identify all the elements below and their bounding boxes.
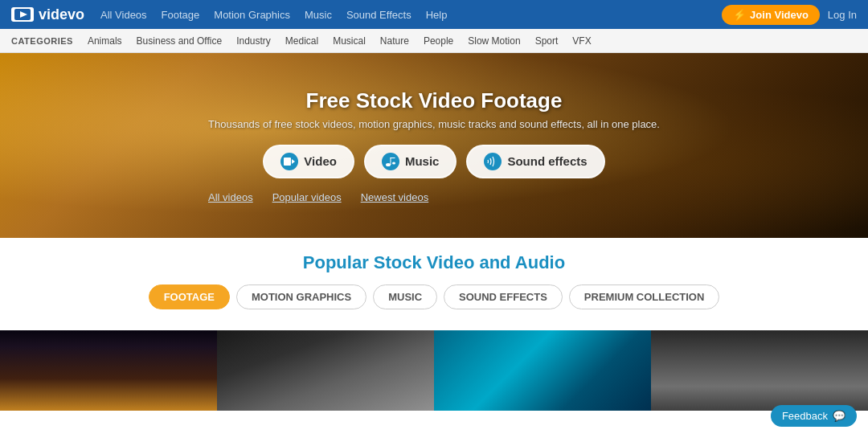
all-videos-link[interactable]: All videos [208,191,253,203]
cat-nature[interactable]: Nature [380,35,409,47]
nav-sound-effects[interactable]: Sound Effects [346,9,411,21]
hero-buttons: Video Music [208,145,660,178]
svg-point-5 [392,162,395,164]
svg-rect-6 [390,158,391,165]
cat-vfx[interactable]: VFX [572,35,591,47]
svg-rect-7 [390,158,395,158]
nav-all-videos[interactable]: All Videos [100,9,147,21]
nav-music[interactable]: Music [305,9,332,21]
join-button[interactable]: ⚡ Join Videvo [722,5,820,25]
tab-motion-graphics[interactable]: MOTION GRAPHICS [236,284,366,309]
logo[interactable]: videvo [11,6,84,23]
filter-tabs: FOOTAGE MOTION GRAPHICS MUSIC SOUND EFFE… [0,284,868,309]
video-thumb-4[interactable] [651,330,868,411]
music-icon [382,153,399,170]
video-thumb-1[interactable] [0,330,217,411]
video-icon [280,153,298,170]
join-label: Join Videvo [750,9,809,21]
cat-musical[interactable]: Musical [333,35,366,47]
logo-icon [11,7,34,22]
categories-bar: CATEGORIES Animals Business and Office I… [0,29,868,53]
cat-slow-motion[interactable]: Slow Motion [468,35,520,47]
popular-highlight: Popular [303,252,369,272]
cat-people[interactable]: People [424,35,453,47]
cat-animals[interactable]: Animals [88,35,122,47]
login-button[interactable]: Log In [828,9,857,21]
cat-industry[interactable]: Industry [236,35,271,47]
nav-right: ⚡ Join Videvo Log In [722,5,857,25]
video-grid [0,330,868,411]
cat-sport[interactable]: Sport [535,35,559,47]
lightning-icon: ⚡ [733,9,746,21]
svg-point-4 [386,163,391,166]
nav-footage[interactable]: Footage [162,9,200,21]
music-btn-label: Music [405,154,440,168]
nav-motion-graphics[interactable]: Motion Graphics [214,9,290,21]
feedback-label: Feedback [782,410,828,422]
categories-label: CATEGORIES [11,36,73,46]
hero-links: All videos Popular videos Newest videos [208,191,660,203]
newest-videos-link[interactable]: Newest videos [361,191,429,203]
feedback-button[interactable]: Feedback 💬 [771,405,857,427]
popular-title: Popular Stock Video and Audio [0,252,868,273]
hero-subtitle: Thousands of free stock videos, motion g… [208,118,660,130]
feedback-icon: 💬 [833,410,845,422]
video-btn-label: Video [304,154,337,168]
sound-btn-label: Sound effects [507,154,587,168]
hero-title: Free Stock Video Footage [208,88,660,113]
sound-button[interactable]: Sound effects [466,145,604,178]
hero-section: Free Stock Video Footage Thousands of fr… [0,53,868,238]
cat-business[interactable]: Business and Office [137,35,223,47]
hero-content: Free Stock Video Footage Thousands of fr… [208,88,660,203]
popular-videos-link[interactable]: Popular videos [272,191,342,203]
video-thumb-2[interactable] [217,330,434,411]
top-navigation: videvo All Videos Footage Motion Graphic… [0,0,868,29]
music-button[interactable]: Music [364,145,457,178]
tab-premium-collection[interactable]: PREMIUM COLLECTION [569,284,720,309]
logo-text: videvo [39,6,84,23]
svg-marker-3 [292,159,295,164]
popular-rest: Stock Video and Audio [369,252,565,272]
cat-medical[interactable]: Medical [285,35,318,47]
nav-left: videvo All Videos Footage Motion Graphic… [11,6,447,23]
nav-help[interactable]: Help [426,9,448,21]
tab-footage[interactable]: FOOTAGE [149,284,230,309]
sound-icon [484,153,502,170]
video-button[interactable]: Video [263,145,354,178]
nav-links: All Videos Footage Motion Graphics Music… [100,9,447,21]
video-thumb-3[interactable] [434,330,651,411]
tab-music[interactable]: MUSIC [373,284,437,309]
svg-rect-2 [284,158,291,166]
tab-sound-effects[interactable]: SOUND EFFECTS [444,284,563,309]
popular-section: Popular Stock Video and Audio FOOTAGE MO… [0,238,868,330]
